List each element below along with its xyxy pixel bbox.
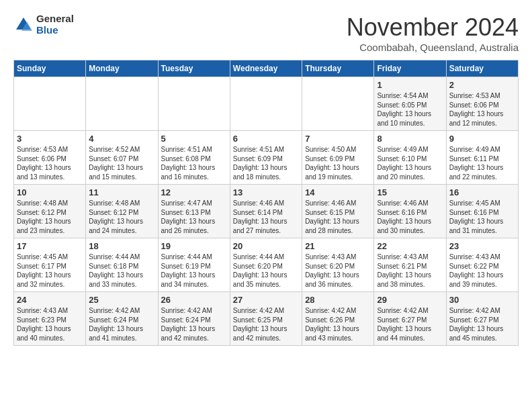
header-row: SundayMondayTuesdayWednesdayThursdayFrid… xyxy=(14,60,519,77)
title-area: November 2024 Coombabah, Queensland, Aus… xyxy=(347,13,519,53)
day-number: 30 xyxy=(449,295,515,305)
calendar-cell: 5Sunrise: 4:51 AM Sunset: 6:08 PM Daylig… xyxy=(158,131,230,185)
header-day-sunday: Sunday xyxy=(14,60,86,77)
header-day-thursday: Thursday xyxy=(302,60,374,77)
calendar-cell: 10Sunrise: 4:48 AM Sunset: 6:12 PM Dayli… xyxy=(14,185,86,238)
calendar-cell: 19Sunrise: 4:44 AM Sunset: 6:19 PM Dayli… xyxy=(158,238,230,292)
day-info: Sunrise: 4:54 AM Sunset: 6:05 PM Dayligh… xyxy=(377,91,443,128)
calendar-cell: 12Sunrise: 4:47 AM Sunset: 6:13 PM Dayli… xyxy=(158,185,230,238)
day-info: Sunrise: 4:46 AM Sunset: 6:15 PM Dayligh… xyxy=(305,199,371,235)
calendar-cell: 27Sunrise: 4:42 AM Sunset: 6:25 PM Dayli… xyxy=(230,292,302,346)
header-day-monday: Monday xyxy=(86,60,158,77)
day-number: 24 xyxy=(17,295,83,305)
day-number: 21 xyxy=(305,241,371,251)
calendar-cell: 14Sunrise: 4:46 AM Sunset: 6:15 PM Dayli… xyxy=(302,185,374,238)
header-day-wednesday: Wednesday xyxy=(230,60,302,77)
day-info: Sunrise: 4:42 AM Sunset: 6:26 PM Dayligh… xyxy=(305,306,371,342)
logo-blue: Blue xyxy=(36,25,74,36)
calendar-week-1: 1Sunrise: 4:54 AM Sunset: 6:05 PM Daylig… xyxy=(14,77,519,131)
calendar-week-3: 10Sunrise: 4:48 AM Sunset: 6:12 PM Dayli… xyxy=(14,185,519,238)
calendar-cell: 18Sunrise: 4:44 AM Sunset: 6:18 PM Dayli… xyxy=(86,238,158,292)
calendar-cell: 25Sunrise: 4:42 AM Sunset: 6:24 PM Dayli… xyxy=(86,292,158,346)
calendar-cell: 6Sunrise: 4:51 AM Sunset: 6:09 PM Daylig… xyxy=(230,131,302,185)
calendar-week-4: 17Sunrise: 4:45 AM Sunset: 6:17 PM Dayli… xyxy=(14,238,519,292)
day-info: Sunrise: 4:48 AM Sunset: 6:12 PM Dayligh… xyxy=(17,199,83,235)
day-info: Sunrise: 4:42 AM Sunset: 6:24 PM Dayligh… xyxy=(161,306,227,342)
day-number: 20 xyxy=(233,241,299,251)
day-number: 28 xyxy=(305,295,371,305)
calendar-cell xyxy=(302,77,374,131)
day-info: Sunrise: 4:48 AM Sunset: 6:12 PM Dayligh… xyxy=(89,199,154,235)
day-number: 27 xyxy=(233,295,299,305)
day-number: 4 xyxy=(89,134,154,144)
calendar-cell xyxy=(230,77,302,131)
day-info: Sunrise: 4:42 AM Sunset: 6:25 PM Dayligh… xyxy=(233,306,299,342)
calendar-cell: 13Sunrise: 4:46 AM Sunset: 6:14 PM Dayli… xyxy=(230,185,302,238)
day-info: Sunrise: 4:43 AM Sunset: 6:21 PM Dayligh… xyxy=(377,253,443,289)
calendar-cell: 4Sunrise: 4:52 AM Sunset: 6:07 PM Daylig… xyxy=(86,131,158,185)
day-info: Sunrise: 4:51 AM Sunset: 6:08 PM Dayligh… xyxy=(161,145,227,181)
calendar-cell: 9Sunrise: 4:49 AM Sunset: 6:11 PM Daylig… xyxy=(446,131,518,185)
day-number: 12 xyxy=(161,187,227,197)
day-number: 13 xyxy=(233,187,299,197)
day-number: 9 xyxy=(449,134,515,144)
day-number: 18 xyxy=(89,241,154,251)
calendar-cell: 1Sunrise: 4:54 AM Sunset: 6:05 PM Daylig… xyxy=(374,77,446,131)
day-number: 22 xyxy=(377,241,443,251)
day-number: 29 xyxy=(377,295,443,305)
day-info: Sunrise: 4:44 AM Sunset: 6:18 PM Dayligh… xyxy=(89,253,154,289)
logo-icon xyxy=(13,15,34,35)
calendar-cell: 7Sunrise: 4:50 AM Sunset: 6:09 PM Daylig… xyxy=(302,131,374,185)
day-info: Sunrise: 4:51 AM Sunset: 6:09 PM Dayligh… xyxy=(233,145,299,181)
day-number: 26 xyxy=(161,295,227,305)
header: General Blue November 2024 Coombabah, Qu… xyxy=(13,13,519,53)
calendar-cell xyxy=(86,77,158,131)
day-number: 15 xyxy=(377,187,443,197)
day-info: Sunrise: 4:42 AM Sunset: 6:24 PM Dayligh… xyxy=(89,306,154,342)
day-info: Sunrise: 4:44 AM Sunset: 6:20 PM Dayligh… xyxy=(233,253,299,289)
day-number: 6 xyxy=(233,134,299,144)
calendar-cell: 24Sunrise: 4:43 AM Sunset: 6:23 PM Dayli… xyxy=(14,292,86,346)
day-number: 8 xyxy=(377,134,443,144)
day-info: Sunrise: 4:53 AM Sunset: 6:06 PM Dayligh… xyxy=(17,145,83,181)
day-info: Sunrise: 4:43 AM Sunset: 6:22 PM Dayligh… xyxy=(449,253,515,289)
day-info: Sunrise: 4:53 AM Sunset: 6:06 PM Dayligh… xyxy=(449,91,515,128)
day-info: Sunrise: 4:42 AM Sunset: 6:27 PM Dayligh… xyxy=(449,306,515,342)
day-info: Sunrise: 4:45 AM Sunset: 6:16 PM Dayligh… xyxy=(449,199,515,235)
month-title: November 2024 xyxy=(347,13,519,42)
logo-general: General xyxy=(36,13,74,25)
day-number: 10 xyxy=(17,187,83,197)
day-number: 2 xyxy=(449,80,515,90)
header-day-friday: Friday xyxy=(374,60,446,77)
day-number: 25 xyxy=(89,295,154,305)
calendar-cell: 2Sunrise: 4:53 AM Sunset: 6:06 PM Daylig… xyxy=(446,77,518,131)
day-number: 3 xyxy=(17,134,83,144)
day-number: 16 xyxy=(449,187,515,197)
calendar-cell: 30Sunrise: 4:42 AM Sunset: 6:27 PM Dayli… xyxy=(446,292,518,346)
calendar-cell: 3Sunrise: 4:53 AM Sunset: 6:06 PM Daylig… xyxy=(14,131,86,185)
header-day-saturday: Saturday xyxy=(446,60,518,77)
calendar-table: SundayMondayTuesdayWednesdayThursdayFrid… xyxy=(13,60,519,346)
day-number: 14 xyxy=(305,187,371,197)
calendar-cell: 17Sunrise: 4:45 AM Sunset: 6:17 PM Dayli… xyxy=(14,238,86,292)
calendar-cell: 21Sunrise: 4:43 AM Sunset: 6:20 PM Dayli… xyxy=(302,238,374,292)
day-number: 5 xyxy=(161,134,227,144)
day-info: Sunrise: 4:46 AM Sunset: 6:16 PM Dayligh… xyxy=(377,199,443,235)
day-number: 7 xyxy=(305,134,371,144)
calendar-cell: 29Sunrise: 4:42 AM Sunset: 6:27 PM Dayli… xyxy=(374,292,446,346)
calendar-cell xyxy=(14,77,86,131)
calendar-week-2: 3Sunrise: 4:53 AM Sunset: 6:06 PM Daylig… xyxy=(14,131,519,185)
day-info: Sunrise: 4:45 AM Sunset: 6:17 PM Dayligh… xyxy=(17,253,83,289)
day-info: Sunrise: 4:49 AM Sunset: 6:11 PM Dayligh… xyxy=(449,145,515,181)
day-info: Sunrise: 4:46 AM Sunset: 6:14 PM Dayligh… xyxy=(233,199,299,235)
logo: General Blue xyxy=(13,13,74,36)
day-info: Sunrise: 4:50 AM Sunset: 6:09 PM Dayligh… xyxy=(305,145,371,181)
calendar-cell: 16Sunrise: 4:45 AM Sunset: 6:16 PM Dayli… xyxy=(446,185,518,238)
calendar-cell: 26Sunrise: 4:42 AM Sunset: 6:24 PM Dayli… xyxy=(158,292,230,346)
day-number: 1 xyxy=(377,80,443,90)
day-info: Sunrise: 4:52 AM Sunset: 6:07 PM Dayligh… xyxy=(89,145,154,181)
day-number: 11 xyxy=(89,187,154,197)
calendar-cell: 28Sunrise: 4:42 AM Sunset: 6:26 PM Dayli… xyxy=(302,292,374,346)
calendar-cell: 20Sunrise: 4:44 AM Sunset: 6:20 PM Dayli… xyxy=(230,238,302,292)
calendar-cell: 8Sunrise: 4:49 AM Sunset: 6:10 PM Daylig… xyxy=(374,131,446,185)
